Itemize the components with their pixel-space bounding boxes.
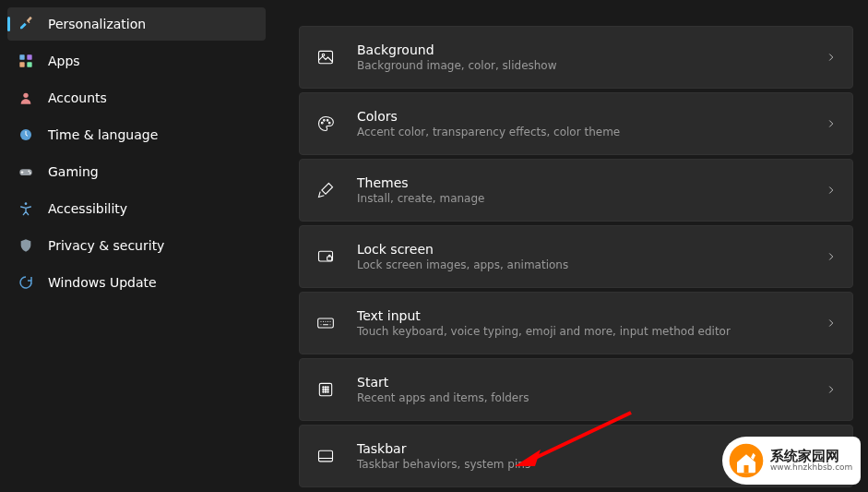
svg-point-5 [23,93,28,98]
card-title: Text input [357,308,804,323]
sidebar-label: Personalization [48,17,146,31]
card-text: Lock screen Lock screen images, apps, an… [357,242,804,271]
card-background[interactable]: Background Background image, color, slid… [299,26,853,89]
card-title: Themes [357,175,804,190]
taskbar-icon [315,445,337,467]
lock-screen-icon [315,246,337,268]
start-grid-icon [315,378,337,401]
accessibility-icon [18,201,33,216]
shield-icon [18,238,33,253]
card-subtitle: Recent apps and items, folders [357,391,804,404]
sidebar-label: Privacy & security [48,238,164,253]
card-colors[interactable]: Colors Accent color, transparency effect… [299,92,853,155]
svg-point-13 [321,122,323,124]
globe-clock-icon [18,127,33,142]
chevron-right-icon [825,184,838,197]
chevron-right-icon [825,51,838,64]
sidebar-item-time-language[interactable]: Time & language [7,118,266,151]
keyboard-icon [315,312,337,334]
svg-point-24 [323,389,324,390]
svg-point-22 [325,387,326,388]
sidebar-item-personalization[interactable]: Personalization [7,7,266,41]
settings-sidebar: Personalization Apps Accounts Time & lan… [0,0,273,492]
card-text: Text input Touch keyboard, voice typing,… [357,308,804,338]
svg-rect-18 [327,257,332,260]
sidebar-item-accessibility[interactable]: Accessibility [7,192,266,225]
svg-rect-11 [319,51,333,63]
card-subtitle: Background image, color, slideshow [357,59,804,72]
card-title: Lock screen [357,242,804,257]
brush-icon [315,179,337,201]
card-subtitle: Install, create, manage [357,192,804,205]
card-text: Colors Accent color, transparency effect… [357,109,804,138]
sidebar-label: Windows Update [48,275,157,290]
card-subtitle: Touch keyboard, voice typing, emoji and … [357,325,804,338]
svg-point-9 [30,172,31,174]
sidebar-label: Apps [48,54,80,68]
sidebar-label: Gaming [48,164,99,179]
svg-rect-19 [318,318,334,328]
chevron-right-icon [825,250,838,263]
house-icon [728,442,765,479]
svg-point-28 [325,391,326,392]
watermark-cn: 系统家园网 [770,449,852,464]
svg-rect-4 [27,62,31,66]
sidebar-item-update[interactable]: Windows Update [7,266,266,299]
person-icon [18,90,33,105]
svg-rect-34 [744,465,749,473]
chevron-right-icon [825,117,838,130]
card-subtitle: Accent color, transparency effects, colo… [357,126,804,138]
sidebar-label: Accessibility [48,201,127,216]
svg-rect-1 [19,54,24,59]
update-icon [18,275,33,290]
paintbrush-icon [18,17,33,31]
svg-point-21 [323,387,324,388]
card-text: Start Recent apps and items, folders [357,375,804,404]
svg-point-8 [28,170,30,172]
svg-point-10 [25,202,28,205]
sidebar-item-privacy[interactable]: Privacy & security [7,229,266,262]
card-subtitle: Lock screen images, apps, animations [357,258,804,271]
card-title: Start [357,375,804,390]
card-text-input[interactable]: Text input Touch keyboard, voice typing,… [299,292,853,354]
chevron-right-icon [825,317,838,330]
svg-point-14 [324,119,326,121]
svg-rect-30 [319,450,333,462]
card-title: Colors [357,109,804,124]
picture-icon [315,46,337,68]
card-themes[interactable]: Themes Install, create, manage [299,159,853,222]
svg-point-26 [327,389,328,390]
svg-rect-2 [27,54,31,59]
settings-list: Background Background image, color, slid… [299,26,853,487]
watermark: 系统家园网 www.hnzkhbsb.com [722,437,861,485]
svg-point-15 [327,119,328,121]
svg-point-27 [323,391,324,392]
watermark-url: www.hnzkhbsb.com [770,463,852,473]
watermark-text: 系统家园网 www.hnzkhbsb.com [770,449,852,473]
sidebar-label: Time & language [48,127,158,142]
sidebar-item-apps[interactable]: Apps [7,44,266,78]
svg-rect-3 [19,62,24,66]
chevron-right-icon [825,383,838,396]
card-start[interactable]: Start Recent apps and items, folders [299,358,853,421]
svg-point-12 [322,54,325,56]
svg-point-23 [327,387,328,388]
sidebar-item-gaming[interactable]: Gaming [7,155,266,188]
svg-point-25 [325,389,326,390]
card-text: Background Background image, color, slid… [357,42,804,72]
card-text: Themes Install, create, manage [357,175,804,205]
svg-point-29 [327,391,328,392]
sidebar-item-accounts[interactable]: Accounts [7,81,266,114]
palette-icon [315,113,337,135]
card-lock-screen[interactable]: Lock screen Lock screen images, apps, an… [299,225,853,288]
gamepad-icon [18,164,33,179]
personalization-main: Background Background image, color, slid… [273,0,868,492]
svg-point-16 [328,122,330,124]
card-title: Background [357,42,804,57]
sidebar-label: Accounts [48,90,107,105]
apps-icon [18,54,33,68]
